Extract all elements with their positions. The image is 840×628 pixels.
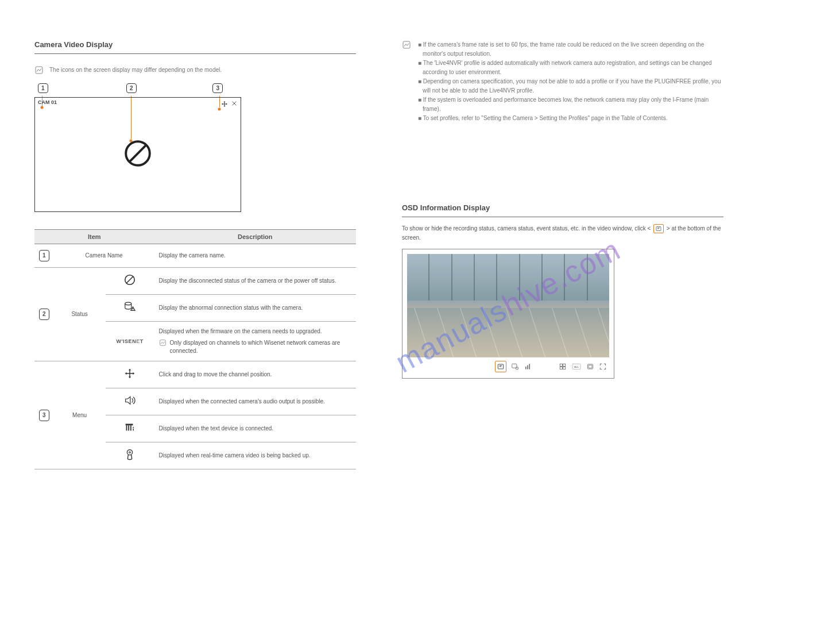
svg-point-15: [127, 450, 132, 455]
row-desc-3c: Displayed when the text device is connec…: [154, 415, 356, 442]
svg-rect-36: [589, 365, 592, 368]
note-icon: [159, 339, 167, 346]
note-text: The icons on the screen display may diff…: [49, 66, 222, 74]
prohibit-small-icon: [106, 268, 154, 295]
row-desc-2b: Display the abnormal connection status w…: [154, 295, 356, 322]
svg-point-7: [133, 310, 133, 310]
svg-line-2: [130, 145, 146, 162]
text-device-icon: [106, 415, 154, 442]
table-row: 1 Camera Name Display the camera name.: [34, 244, 356, 268]
row-desc-2a: Display the disconnected status of the c…: [154, 268, 356, 295]
osd-body: To show or hide the recording status, ca…: [402, 224, 723, 242]
table-row: 3 Menu Click and drag to move the channe…: [34, 361, 356, 388]
left-section-title: Camera Video Display: [34, 40, 356, 54]
svg-rect-9: [126, 424, 133, 426]
osd-toggle-icon[interactable]: [495, 361, 506, 372]
row-num-1: 1: [39, 250, 49, 261]
row-desc-3a: Click and drag to move the channel posit…: [154, 361, 356, 388]
svg-rect-13: [133, 429, 134, 431]
osd-toggle-icon[interactable]: [653, 224, 664, 233]
svg-rect-28: [529, 364, 530, 369]
svg-line-4: [127, 277, 133, 283]
callout-1: 1: [38, 83, 48, 93]
diagram: 1 2 3 CAM 01: [34, 83, 241, 212]
row-label-2: Status: [54, 268, 106, 361]
fullscreen-icon[interactable]: [599, 363, 607, 371]
list-item: ■ If the camera's frame rate is set to 6…: [417, 40, 723, 59]
note-icon: [402, 40, 411, 49]
osd-title: OSD Information Display: [402, 203, 723, 217]
svg-rect-12: [130, 425, 131, 430]
list-item: ■ To set profiles, refer to "Setting the…: [417, 114, 723, 123]
row-label-3: Menu: [54, 361, 106, 469]
note-icon: [34, 66, 44, 75]
th-desc: Description: [154, 230, 356, 244]
svg-point-16: [129, 452, 131, 453]
row-num-3: 3: [39, 410, 49, 421]
prohibit-icon: [123, 138, 153, 171]
svg-rect-11: [128, 425, 129, 430]
svg-rect-30: [563, 364, 566, 367]
svg-rect-26: [525, 367, 527, 369]
row-num-2: 2: [39, 309, 49, 320]
video-thumbnail: [407, 254, 609, 357]
speaker-icon: [106, 388, 154, 415]
list-item: ■ If the system is overloaded and perfor…: [417, 95, 723, 114]
channel-info-icon[interactable]: [511, 363, 519, 371]
th-item: Item: [34, 230, 154, 244]
video-preview-box: manualshive.com: [402, 249, 614, 379]
inner-note-text: Only displayed on channels to which Wise…: [170, 339, 351, 355]
callout-2: 2: [126, 83, 137, 93]
wisenet-logo: W′ISENET: [106, 322, 154, 361]
right-note-block: ■ If the camera's frame rate is set to 6…: [402, 40, 723, 123]
backup-icon: [106, 442, 154, 469]
grid-icon[interactable]: [559, 363, 567, 371]
diagram-box: CAM 01: [34, 97, 241, 212]
info-table: Item Description 1 Camera Name Display t…: [34, 229, 356, 469]
video-toolbar: ALL: [407, 357, 609, 373]
list-item: ■ The 'Live4NVR' profile is added automa…: [417, 59, 723, 77]
move-icon: [221, 101, 228, 109]
cam-label: CAM 01: [38, 99, 57, 105]
row-desc-3d: Displayed when real-time camera video is…: [154, 442, 356, 469]
status-icon[interactable]: [524, 363, 532, 371]
svg-rect-29: [560, 364, 562, 367]
all-ratio-icon[interactable]: ALL: [571, 363, 582, 371]
svg-rect-31: [560, 367, 562, 369]
callout-3: 3: [212, 83, 223, 93]
svg-rect-27: [527, 365, 528, 369]
close-icon: [231, 101, 237, 109]
row-desc-3b: Displayed when the connected camera's au…: [154, 388, 356, 415]
row-label-1: Camera Name: [54, 244, 154, 268]
svg-text:ALL: ALL: [574, 366, 579, 369]
row-desc-2c: Displayed when the firmware on the camer…: [154, 322, 356, 361]
row-desc-1: Display the camera name.: [154, 244, 356, 268]
svg-rect-10: [126, 425, 127, 430]
table-row: 2 Status Display the disconnected status…: [34, 268, 356, 295]
list-item: ■ Depending on camera specification, you…: [417, 77, 723, 95]
note-row: The icons on the screen display may diff…: [34, 66, 356, 75]
svg-point-5: [125, 302, 131, 305]
fit-icon[interactable]: [586, 363, 594, 371]
svg-point-14: [133, 427, 134, 428]
svg-rect-32: [563, 367, 566, 369]
db-alert-icon: [106, 295, 154, 322]
move-icon: [106, 361, 154, 388]
